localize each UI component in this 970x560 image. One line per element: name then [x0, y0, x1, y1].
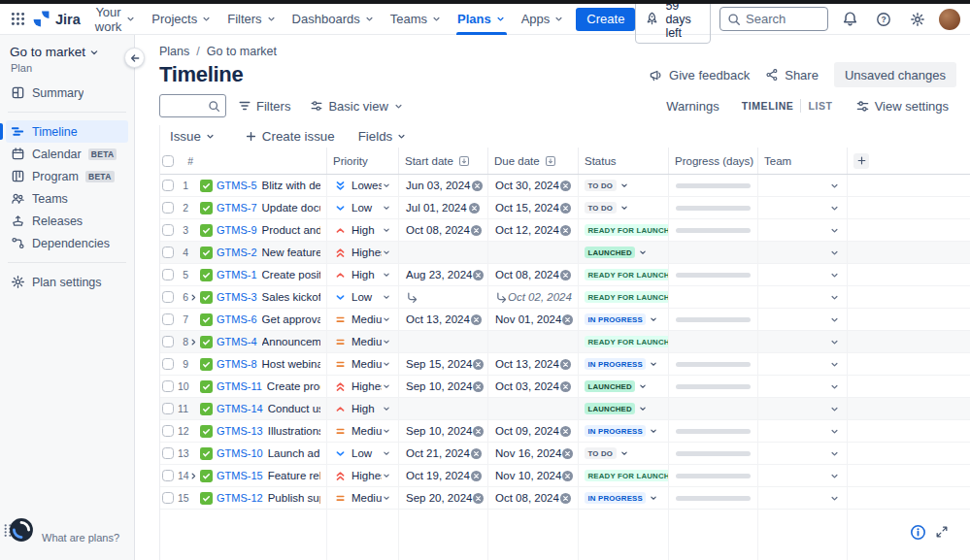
team-cell[interactable]: [758, 175, 848, 196]
issue-key-link[interactable]: GTMS-9: [217, 224, 257, 236]
nav-item-teams[interactable]: Teams: [383, 4, 450, 35]
row-checkbox[interactable]: [162, 470, 174, 481]
loading-spinner-icon[interactable]: [9, 517, 34, 543]
nav-item-plans[interactable]: Plans: [450, 4, 514, 35]
priority-cell[interactable]: Lowest: [327, 175, 399, 196]
priority-cell[interactable]: Low: [327, 197, 399, 218]
filters-button[interactable]: Filters: [230, 95, 298, 117]
issue-summary[interactable]: Create product ...: [267, 380, 320, 392]
table-row[interactable]: 8GTMS-4Announcement b...MediumREADY FOR …: [160, 331, 970, 353]
status-cell[interactable]: TO DO: [579, 175, 669, 196]
due-date-cell[interactable]: Oct 13, 2024: [488, 353, 579, 375]
expand-chevron-icon[interactable]: [188, 471, 199, 481]
sidebar-item-summary[interactable]: Summary: [6, 82, 128, 104]
start-date-cell[interactable]: [399, 331, 488, 352]
start-date-cell[interactable]: Oct 08, 2024: [399, 219, 488, 241]
due-date-cell[interactable]: Nov 01, 2024: [488, 309, 579, 330]
start-date-cell[interactable]: Jul 01, 2024: [399, 197, 488, 218]
row-checkbox[interactable]: [162, 447, 174, 459]
team-cell[interactable]: [758, 309, 848, 330]
start-date-cell[interactable]: [399, 398, 488, 419]
team-cell[interactable]: [758, 376, 848, 397]
plan-switcher[interactable]: Go to market Plan: [0, 35, 134, 74]
table-row[interactable]: 1GTMS-5Blitz with dev teamLowestJun 03, …: [160, 175, 970, 197]
priority-cell[interactable]: Highest: [327, 465, 399, 486]
row-checkbox[interactable]: [162, 380, 174, 392]
table-row[interactable]: 11GTMS-14Conduct user in...HighLAUNCHED: [160, 398, 970, 420]
nav-item-your-work[interactable]: Your work: [87, 4, 144, 35]
timeline-search-input[interactable]: [165, 99, 204, 113]
table-row[interactable]: 10GTMS-11Create product ...HighestSep 10…: [160, 376, 970, 398]
select-all-checkbox[interactable]: [162, 155, 174, 167]
clear-date-icon[interactable]: [559, 202, 572, 214]
status-cell[interactable]: IN PROGRESS: [579, 353, 669, 375]
table-row[interactable]: 6GTMS-3Sales kickoffLowOct 02, 2024READY…: [160, 286, 970, 309]
view-mode-select[interactable]: Basic view: [302, 95, 411, 117]
team-cell[interactable]: [758, 331, 848, 352]
clear-date-icon[interactable]: [559, 358, 572, 371]
clear-date-icon[interactable]: [559, 492, 572, 505]
sidebar-collapse-button[interactable]: [124, 48, 145, 68]
notifications-button[interactable]: [837, 7, 862, 32]
due-date-cell[interactable]: [488, 398, 579, 419]
row-checkbox[interactable]: [162, 291, 174, 303]
unsaved-changes-button[interactable]: Unsaved changes: [834, 62, 956, 87]
issue-key-link[interactable]: GTMS-7: [217, 202, 257, 214]
priority-cell[interactable]: Medium: [327, 487, 399, 509]
row-checkbox[interactable]: [162, 269, 174, 280]
start-date-cell[interactable]: Sep 15, 2024: [399, 353, 488, 375]
issue-summary[interactable]: Feature release ...: [268, 470, 320, 481]
clear-date-icon[interactable]: [468, 202, 481, 214]
sidebar-item-dependencies[interactable]: Dependencies: [6, 232, 128, 254]
issue-key-link[interactable]: GTMS-13: [217, 425, 263, 437]
expand-chevron-icon[interactable]: [188, 292, 199, 303]
sidebar-item-plan-settings[interactable]: Plan settings: [6, 271, 128, 293]
start-date-cell[interactable]: Oct 13, 2024: [399, 309, 488, 330]
row-checkbox[interactable]: [162, 425, 174, 437]
column-header-status[interactable]: Status: [579, 148, 669, 174]
table-row[interactable]: 7GTMS-6Get approvals on ...MediumOct 13,…: [160, 309, 970, 331]
status-cell[interactable]: IN PROGRESS: [579, 309, 669, 330]
clear-date-icon[interactable]: [470, 470, 483, 482]
issue-summary[interactable]: Create positionin...: [262, 269, 320, 280]
priority-cell[interactable]: High: [327, 398, 399, 419]
sidebar-item-calendar[interactable]: CalendarBETA: [6, 143, 128, 165]
team-cell[interactable]: [758, 264, 848, 285]
issue-key-link[interactable]: GTMS-11: [217, 380, 262, 392]
view-settings-button[interactable]: View settings: [848, 95, 956, 117]
status-cell[interactable]: LAUNCHED: [579, 398, 669, 419]
info-icon[interactable]: [910, 524, 926, 541]
issue-summary[interactable]: Illustrations for ...: [268, 425, 320, 437]
due-date-cell[interactable]: Oct 03, 2024: [488, 376, 579, 397]
global-search-input[interactable]: [746, 12, 820, 26]
team-cell[interactable]: [758, 398, 848, 419]
team-cell[interactable]: [758, 242, 848, 263]
issue-summary[interactable]: Product and Mar...: [262, 224, 320, 236]
team-cell[interactable]: [758, 420, 848, 442]
sidebar-item-teams[interactable]: Teams: [6, 187, 128, 210]
row-checkbox[interactable]: [162, 313, 174, 325]
mode-timeline-button[interactable]: TIMELINE: [735, 96, 801, 115]
priority-cell[interactable]: Medium: [327, 353, 399, 375]
clear-date-icon[interactable]: [472, 358, 485, 371]
issue-summary[interactable]: Launch ad camp...: [268, 447, 320, 459]
clear-date-icon[interactable]: [472, 492, 485, 505]
column-header-start-date[interactable]: Start date: [399, 148, 488, 174]
row-checkbox[interactable]: [162, 403, 174, 414]
nav-item-apps[interactable]: Apps: [514, 4, 573, 35]
clear-date-icon[interactable]: [559, 380, 572, 393]
issue-group-menu[interactable]: Issue: [170, 129, 216, 144]
table-row[interactable]: 4GTMS-2New feature nami...HighestLAUNCHE…: [160, 242, 970, 264]
start-date-cell[interactable]: [399, 242, 488, 263]
priority-cell[interactable]: Medium: [327, 309, 399, 330]
clear-date-icon[interactable]: [559, 425, 572, 438]
issue-summary[interactable]: Sales kickoff: [262, 291, 320, 303]
due-date-cell[interactable]: Oct 02, 2024: [488, 286, 579, 308]
due-date-cell[interactable]: [488, 242, 579, 263]
issue-key-link[interactable]: GTMS-10: [217, 447, 263, 459]
start-date-cell[interactable]: Jun 03, 2024: [399, 175, 488, 196]
clear-date-icon[interactable]: [561, 313, 574, 326]
team-cell[interactable]: [758, 286, 848, 308]
column-header-team[interactable]: Team: [758, 148, 848, 174]
row-checkbox[interactable]: [162, 202, 174, 214]
